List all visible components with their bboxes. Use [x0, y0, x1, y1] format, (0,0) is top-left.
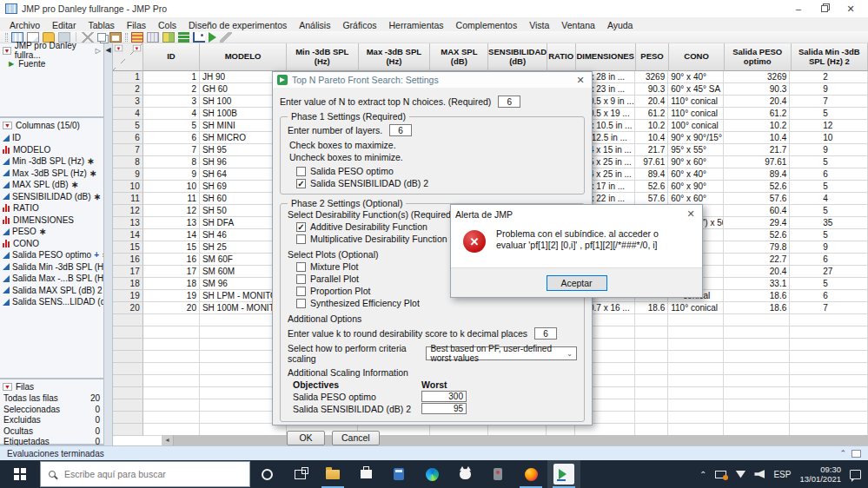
menu-item[interactable]: Análisis: [293, 20, 336, 30]
empty-cell[interactable]: [113, 339, 143, 351]
run-script-icon[interactable]: [209, 32, 216, 43]
empty-cell[interactable]: [113, 424, 143, 436]
taskbar-search[interactable]: [40, 461, 250, 487]
tray-chevron-up-icon[interactable]: ⌃: [699, 470, 706, 479]
empty-cell[interactable]: [724, 399, 791, 412]
cell-salida-min[interactable]: 5: [790, 181, 868, 193]
cell-id[interactable]: 4: [143, 108, 200, 120]
column-header[interactable]: SENSIBILIDAD (dB): [488, 43, 547, 71]
cell-id[interactable]: 19: [143, 290, 200, 302]
menu-item[interactable]: Tablas: [82, 20, 120, 30]
cell-id[interactable]: 10: [143, 181, 200, 193]
action-center-icon[interactable]: [850, 470, 861, 479]
empty-cell[interactable]: [668, 412, 723, 424]
column-item[interactable]: RATIO: [0, 202, 103, 214]
cell-cono[interactable]: 90° x 40°: [668, 71, 723, 83]
empty-cell[interactable]: [668, 339, 723, 351]
cell-salida-min[interactable]: 35: [790, 217, 868, 229]
empty-cell[interactable]: [113, 387, 143, 399]
alert-close-icon[interactable]: ✕: [684, 208, 698, 220]
empty-cell[interactable]: [635, 424, 669, 436]
column-header[interactable]: MAX SPL (dB): [430, 43, 488, 71]
empty-cell[interactable]: [668, 399, 723, 412]
cell-salida-min[interactable]: 2: [790, 71, 868, 83]
cell-cono[interactable]: 60° x 60°: [668, 193, 723, 205]
cell-salida-min[interactable]: 10: [790, 132, 868, 144]
cell-salida-peso[interactable]: 10.2: [724, 120, 791, 132]
cancel-button[interactable]: Cancel: [332, 431, 380, 445]
cell-peso[interactable]: 89.4: [635, 168, 669, 181]
column-item[interactable]: DIMENSIONES: [0, 214, 103, 227]
cell-salida-min[interactable]: 12: [790, 120, 868, 132]
menu-item[interactable]: Vista: [523, 20, 555, 30]
row-number-cell[interactable]: 3: [113, 96, 143, 108]
cell-salida-peso[interactable]: 33.1: [724, 278, 791, 290]
worst-input[interactable]: 300: [421, 391, 467, 402]
empty-cell[interactable]: [668, 375, 723, 387]
column-item[interactable]: Salida Min -3dB SPL (Hz) 2 +: [0, 261, 103, 274]
column-header[interactable]: CONO: [669, 43, 724, 71]
volume-icon[interactable]: [754, 470, 765, 478]
empty-cell[interactable]: [635, 387, 669, 399]
restore-button[interactable]: [812, 1, 837, 16]
menu-item[interactable]: Herramientas: [383, 20, 450, 30]
column-header[interactable]: ID: [143, 43, 200, 71]
row-number-cell[interactable]: 19: [113, 290, 143, 302]
empty-cell[interactable]: [143, 399, 200, 412]
column-header[interactable]: PESO: [636, 43, 670, 71]
cell-cono[interactable]: 110° conical: [668, 302, 723, 314]
cell-salida-min[interactable]: 7: [790, 302, 868, 314]
cell-salida-peso[interactable]: 20.4: [724, 96, 791, 108]
empty-cell[interactable]: [113, 375, 143, 387]
cell-salida-min[interactable]: 6: [790, 290, 868, 302]
cell-id[interactable]: 15: [143, 241, 200, 254]
cell-salida-peso[interactable]: 18.6: [724, 302, 791, 314]
minimize-button[interactable]: –: [786, 1, 811, 16]
row-number-cell[interactable]: 16: [113, 254, 143, 266]
taskbar-item-task-view[interactable]: [283, 460, 316, 488]
taskbar-item-recorder[interactable]: [481, 460, 514, 488]
alert-title-bar[interactable]: Alerta de JMP ✕: [451, 205, 702, 223]
dialog-close-icon[interactable]: ✕: [573, 75, 587, 86]
column-header[interactable]: DIMENSIONES: [576, 43, 636, 71]
taskbar-item-store[interactable]: [349, 460, 382, 488]
empty-cell[interactable]: [790, 326, 868, 339]
empty-cell[interactable]: [635, 314, 669, 326]
cell-salida-min[interactable]: 6: [790, 168, 868, 181]
copy-icon[interactable]: [97, 33, 106, 42]
cell-id[interactable]: 14: [143, 229, 200, 241]
cell-peso[interactable]: 3269: [635, 71, 669, 83]
empty-cell[interactable]: [790, 339, 868, 351]
cell-salida-peso[interactable]: 57.6: [724, 193, 791, 205]
cast-icon[interactable]: [715, 471, 726, 478]
row-number-cell[interactable]: 7: [113, 144, 143, 156]
cell-cono[interactable]: 90° x 60°: [668, 156, 723, 168]
column-header[interactable]: Salida PESO optimo: [725, 43, 792, 71]
menu-item[interactable]: Ayuda: [601, 20, 639, 30]
rows-red-triangle-icon[interactable]: ▼: [115, 45, 123, 52]
empty-cell[interactable]: [143, 351, 200, 363]
column-item[interactable]: Min -3dB SPL (Hz) ∗: [0, 155, 103, 168]
checkbox[interactable]: [296, 274, 306, 284]
window-panel-icon[interactable]: [851, 450, 861, 458]
split-grid-icon[interactable]: [162, 32, 175, 43]
empty-cell[interactable]: [724, 424, 791, 436]
menu-item[interactable]: Cols: [152, 20, 182, 30]
cell-id[interactable]: 3: [143, 96, 200, 108]
scroll-up-icon[interactable]: ⌃: [839, 449, 846, 458]
checkbox[interactable]: [296, 262, 306, 272]
cell-id[interactable]: 7: [143, 144, 200, 156]
column-header[interactable]: Salida Min -3dB SPL (Hz) 2: [792, 43, 868, 71]
empty-cell[interactable]: [635, 375, 669, 387]
cell-peso[interactable]: 90.3: [635, 83, 669, 96]
close-button[interactable]: ✕: [838, 1, 863, 16]
row-number-cell[interactable]: 11: [113, 193, 143, 205]
column-header[interactable]: MODELO: [200, 43, 287, 71]
cell-id[interactable]: 17: [143, 266, 200, 278]
menu-item[interactable]: Diseño de experimentos: [182, 20, 293, 30]
search-input[interactable]: [63, 468, 210, 480]
cell-cono[interactable]: 90° x 90°/15° DA: [668, 132, 723, 144]
cell-salida-min[interactable]: 5: [790, 205, 868, 217]
empty-cell[interactable]: [143, 339, 200, 351]
empty-cell[interactable]: [790, 387, 868, 399]
